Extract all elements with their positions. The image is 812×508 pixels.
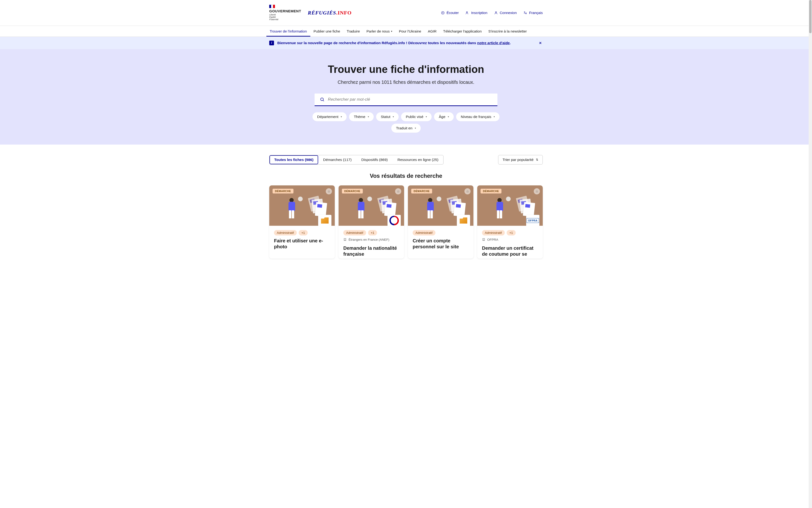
scrollbar-thumb[interactable] — [809, 0, 812, 33]
sort-dropdown[interactable]: Trier par popularité ⇅ — [498, 155, 543, 165]
card-title: Demander la nationalité française — [343, 245, 399, 257]
results-controls: Toutes les fiches (986) Démarches (117) … — [269, 155, 543, 165]
result-card[interactable]: DÉMARCHE ☆ OFPRA Administratif+1 OFPRA D… — [477, 185, 543, 258]
card-org-line: OFPRA — [482, 238, 538, 242]
info-banner: i Bienvenue sur la nouvelle page de rech… — [0, 37, 812, 49]
nav-talk-about-us[interactable]: Parler de nous ▾ — [363, 26, 396, 37]
card-type-badge: DÉMARCHE — [480, 189, 502, 194]
card-org-logo — [387, 215, 401, 226]
tag-plus1[interactable]: +1 — [507, 230, 516, 236]
star-icon: ☆ — [328, 189, 331, 193]
card-org-name: Étrangers en France (ANEF) — [348, 238, 389, 242]
tag-admin[interactable]: Administratif — [343, 230, 366, 236]
login-label: Connexion — [500, 11, 517, 15]
results-heading: Vos résultats de recherche — [269, 173, 543, 179]
filter-department[interactable]: Département▾ — [312, 112, 347, 121]
filter-status-label: Statut — [381, 115, 391, 119]
tag-admin[interactable]: Administratif — [274, 230, 297, 236]
favorite-button[interactable]: ☆ — [395, 188, 401, 195]
nav-find-info[interactable]: Trouver de l'information — [266, 26, 310, 37]
card-body: Administratif+1 Étrangers en France (ANE… — [339, 226, 404, 258]
scrollbar[interactable] — [809, 0, 812, 273]
svg-point-2 — [495, 11, 497, 12]
filter-age[interactable]: Âge▾ — [434, 112, 454, 121]
star-icon: ☆ — [536, 189, 539, 193]
filter-translated-label: Traduit en — [396, 126, 413, 130]
language-button[interactable]: Français — [523, 11, 543, 15]
card-title: Créer un compte personnel sur le site — [413, 238, 469, 250]
banner-close-button[interactable]: ✕ — [538, 40, 543, 46]
tab-ressources-en-ligne[interactable]: Ressources en ligne (25) — [393, 155, 443, 164]
site-logo[interactable]: RÉFUGIÉS.INFO — [308, 10, 352, 16]
main-nav: Trouver de l'information Publier une fic… — [263, 26, 549, 37]
chevron-down-icon: ▾ — [494, 115, 495, 118]
tag-plus1[interactable]: +1 — [368, 230, 377, 236]
card-org-line: Étrangers en France (ANEF) — [343, 238, 399, 242]
search-input[interactable] — [328, 97, 492, 102]
filter-theme[interactable]: Thème▾ — [349, 112, 374, 121]
favorite-button[interactable]: ☆ — [464, 188, 471, 195]
nav-download-app[interactable]: Télécharger l'application — [440, 26, 485, 37]
card-title: Demander un certificat de coutume pour s… — [482, 245, 538, 257]
logo-part-a: RÉFUGIÉS — [308, 10, 336, 16]
favorite-button[interactable]: ☆ — [534, 188, 540, 195]
results-grid: DÉMARCHE ☆ Administratif+1 Faire et util… — [269, 185, 543, 258]
filter-french-level-label: Niveau de français — [461, 115, 491, 119]
nav-ukraine[interactable]: Pour l'Ukraine — [395, 26, 425, 37]
card-image: DÉMARCHE ☆ OFPRA — [477, 185, 543, 226]
banner-help-link[interactable]: notre article d'aide — [477, 41, 510, 45]
nav-newsletter[interactable]: S'inscrire à la newsletter — [485, 26, 530, 37]
card-tags: Administratif+1 — [274, 230, 330, 236]
user-add-icon — [465, 11, 469, 15]
star-icon: ☆ — [397, 189, 400, 193]
nav-publish[interactable]: Publier une fiche — [310, 26, 344, 37]
register-button[interactable]: Inscription — [465, 11, 487, 15]
banner-text-after: . — [510, 41, 511, 45]
tab-all-fiches[interactable]: Toutes les fiches (986) — [269, 155, 318, 164]
favorite-button[interactable]: ☆ — [326, 188, 332, 195]
banner-text-before: Bienvenue sur la nouvelle page de recher… — [277, 41, 477, 45]
tag-admin[interactable]: Administratif — [482, 230, 505, 236]
card-image: DÉMARCHE ☆ — [408, 185, 473, 226]
filter-audience-label: Public visé — [406, 115, 423, 119]
result-card[interactable]: DÉMARCHE ☆ Administratif Créer un compte… — [408, 185, 473, 258]
sort-icon: ⇅ — [536, 158, 538, 161]
tab-dispositifs[interactable]: Dispositifs (869) — [357, 155, 393, 164]
brand-block: GOUVERNEMENT Liberté Égalité Fraternité … — [269, 5, 352, 21]
result-card[interactable]: DÉMARCHE ☆ Administratif+1 Étrangers en … — [339, 185, 404, 258]
filter-audience[interactable]: Public visé▾ — [401, 112, 432, 121]
svg-rect-6 — [344, 239, 346, 241]
filter-department-label: Département — [317, 115, 339, 119]
result-card[interactable]: DÉMARCHE ☆ Administratif+1 Faire et util… — [269, 185, 335, 258]
card-image: DÉMARCHE ☆ — [269, 185, 335, 226]
tag-plus1[interactable]: +1 — [299, 230, 308, 236]
filter-age-label: Âge — [439, 115, 445, 119]
search-box[interactable] — [314, 93, 498, 106]
svg-line-4 — [323, 100, 324, 101]
card-type-badge: DÉMARCHE — [342, 189, 363, 194]
tab-demarches[interactable]: Démarches (117) — [318, 155, 357, 164]
nav-translate[interactable]: Traduire — [343, 26, 363, 37]
card-tags: Administratif+1 — [482, 230, 538, 236]
card-title: Faire et utiliser une e-photo — [274, 238, 330, 250]
language-label: Français — [529, 11, 543, 15]
card-org-logo — [457, 215, 470, 226]
nav-agir[interactable]: AGIR — [425, 26, 440, 37]
chevron-down-icon: ▾ — [448, 115, 449, 118]
login-button[interactable]: Connexion — [494, 11, 517, 15]
chevron-down-icon: ▾ — [393, 115, 394, 118]
filter-french-level[interactable]: Niveau de français▾ — [456, 112, 500, 121]
search-icon — [320, 97, 325, 102]
card-type-badge: DÉMARCHE — [411, 189, 432, 194]
filter-status[interactable]: Statut▾ — [376, 112, 399, 121]
listen-label: Écouter — [446, 11, 459, 15]
filter-translated-in[interactable]: Traduit en▾ — [391, 124, 421, 133]
tag-admin[interactable]: Administratif — [413, 230, 435, 236]
card-image: DÉMARCHE ☆ — [339, 185, 404, 226]
chevron-down-icon: ▾ — [426, 115, 427, 118]
card-body: Administratif+1 Faire et utiliser une e-… — [269, 226, 335, 251]
listen-button[interactable]: Écouter — [441, 11, 459, 15]
building-icon — [482, 238, 485, 241]
banner-text: Bienvenue sur la nouvelle page de recher… — [277, 41, 535, 45]
card-tags: Administratif — [413, 230, 469, 236]
